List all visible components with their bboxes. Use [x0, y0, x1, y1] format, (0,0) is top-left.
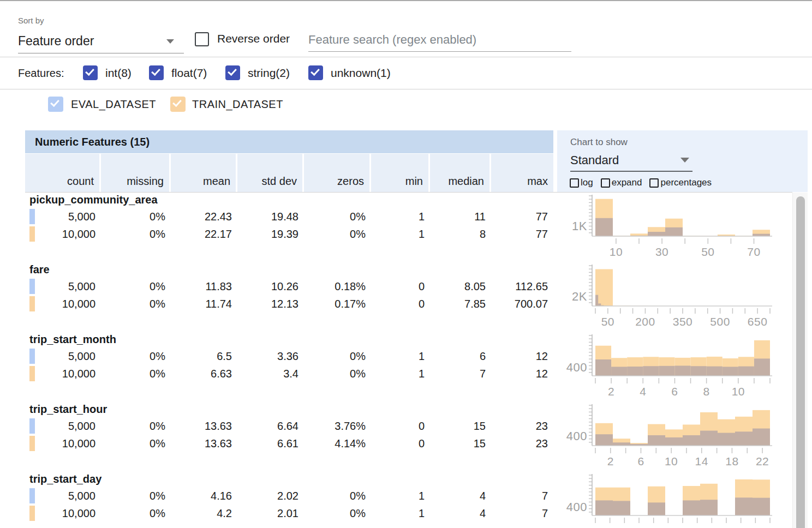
- stat-cell: 6.61: [237, 435, 304, 452]
- column-header-row: count missing mean std dev zeros min med…: [25, 154, 553, 192]
- stat-cell: 0%: [101, 208, 171, 225]
- stat-cell: 0%: [304, 225, 371, 243]
- chart-type-select[interactable]: Standard: [570, 149, 692, 172]
- stat-cell: 8.05: [430, 278, 491, 295]
- sort-order-value: Feature order: [18, 34, 94, 49]
- type-filter-float[interactable]: float(7): [149, 65, 207, 80]
- stat-cell: 5,000: [25, 487, 101, 505]
- stat-cell: 4: [430, 505, 491, 522]
- stat-cell: 0.18%: [304, 278, 371, 295]
- stat-cell: 8: [430, 225, 491, 243]
- stat-cell: 12: [491, 365, 553, 382]
- feature-chart: 400: [562, 471, 780, 528]
- svg-text:500: 500: [710, 315, 730, 328]
- log-checkbox[interactable]: log: [570, 177, 601, 188]
- expand-label: expand: [612, 177, 642, 188]
- stat-cell: 11: [430, 208, 491, 225]
- scrollbar-track[interactable]: [792, 193, 808, 528]
- stat-cell: 4.16: [171, 487, 237, 505]
- dataset-checkbox-eval[interactable]: [48, 97, 63, 112]
- features-filter-label: Features:: [18, 67, 64, 80]
- feature-chart: 502003505006502K: [562, 262, 780, 332]
- stat-cell: 0%: [101, 505, 171, 522]
- train-dataset-swatch: [29, 506, 35, 521]
- chevron-down-icon: [166, 39, 174, 44]
- column-header-stddev: std dev: [237, 154, 304, 192]
- stat-cell: 7.85: [430, 295, 491, 313]
- svg-text:6: 6: [637, 455, 644, 467]
- log-label: log: [581, 177, 593, 188]
- expand-checkbox[interactable]: expand: [601, 177, 650, 188]
- svg-text:18: 18: [725, 455, 738, 467]
- train-stats-row: 10,0000%13.636.614.14%01523: [25, 435, 553, 452]
- feature-search-input[interactable]: [308, 28, 571, 52]
- column-header-median: median: [430, 154, 491, 192]
- train-stats-row: 10,0000%4.22.010%147: [25, 505, 553, 522]
- feature-block: trip_start_month 5,0000%6.53.360%1612 10…: [0, 332, 812, 401]
- stat-cell: 0%: [304, 505, 371, 522]
- chart-option-checkboxes: log expand percentages: [570, 177, 712, 188]
- stat-cell: 3.4: [237, 365, 304, 382]
- stat-cell: 19.39: [237, 225, 304, 243]
- chart-to-show-panel: Chart to show Standard log expand percen…: [557, 130, 808, 192]
- percentages-label: percentages: [660, 177, 712, 188]
- stat-cell: 112.65: [491, 278, 553, 295]
- stat-cell: 0%: [101, 295, 171, 313]
- stat-cell: 11.83: [171, 278, 237, 295]
- eval-stats-row: 5,0000%11.8310.260.18%08.05112.65: [25, 278, 553, 295]
- stat-cell: 0%: [304, 347, 371, 365]
- column-header-mean: mean: [171, 154, 237, 192]
- scrollbar-thumb[interactable]: [796, 196, 805, 528]
- stat-cell: 5,000: [25, 278, 101, 295]
- stat-cell: 13.63: [171, 417, 237, 435]
- stat-cell: 4.14%: [304, 435, 371, 452]
- stat-cell: 4.2: [171, 505, 237, 522]
- feature-block: trip_start_day 5,0000%4.162.020%147 10,0…: [0, 471, 812, 528]
- feature-chart: 103050701K: [562, 192, 780, 262]
- stat-cell: 12: [491, 347, 553, 365]
- type-filter-unknown[interactable]: unknown(1): [308, 65, 391, 80]
- eval-stats-row: 5,0000%13.636.643.76%01523: [25, 417, 553, 435]
- stat-cell: 6.64: [237, 417, 304, 435]
- stat-cell: 0.17%: [304, 295, 371, 313]
- stat-cell: 0%: [101, 365, 171, 382]
- svg-text:30: 30: [655, 245, 668, 258]
- svg-text:8: 8: [703, 385, 710, 398]
- svg-text:4: 4: [640, 385, 646, 398]
- stat-cell: 700.07: [491, 295, 553, 313]
- feature-name: pickup_community_area: [29, 194, 158, 206]
- reverse-order-checkbox[interactable]: [195, 32, 209, 46]
- stat-cell: 1: [371, 487, 430, 505]
- stat-cell: 1: [371, 225, 430, 243]
- dataset-checkbox-train[interactable]: [170, 97, 186, 112]
- stat-cell: 10,000: [25, 225, 101, 243]
- stat-cell: 12.13: [237, 295, 304, 313]
- type-filter-string[interactable]: string(2): [225, 65, 290, 80]
- stat-cell: 2.01: [237, 505, 304, 522]
- type-filter-label: float(7): [171, 67, 207, 80]
- percentages-checkbox[interactable]: percentages: [649, 177, 712, 188]
- eval-dataset-swatch: [29, 209, 35, 224]
- type-filter-int[interactable]: int(8): [83, 65, 132, 80]
- stat-cell: 0: [371, 417, 430, 435]
- check-icon: [50, 98, 59, 107]
- stat-cell: 10,000: [25, 505, 101, 522]
- stat-cell: 6.63: [171, 365, 237, 382]
- eval-dataset-swatch: [29, 349, 35, 364]
- eval-stats-row: 5,0000%4.162.020%147: [25, 487, 553, 505]
- svg-text:70: 70: [747, 245, 760, 258]
- stat-cell: 10,000: [25, 365, 101, 382]
- svg-text:2K: 2K: [572, 290, 587, 303]
- train-stats-row: 10,0000%6.633.40%1712: [25, 365, 553, 382]
- svg-text:1K: 1K: [572, 219, 587, 233]
- filter-divider: [0, 89, 812, 89]
- feature-name: trip_start_day: [29, 473, 101, 485]
- facets-overview-app: Sort by Feature order Reverse order Feat…: [0, 0, 812, 528]
- numeric-features-title: Numeric Features (15): [25, 136, 150, 148]
- type-filter-label: unknown(1): [331, 67, 391, 80]
- checkbox-checked-icon: [149, 65, 164, 80]
- sort-order-select[interactable]: Feature order: [18, 29, 184, 53]
- stat-cell: 0: [371, 435, 430, 452]
- feature-list: pickup_community_area 5,0000%22.4319.480…: [0, 192, 812, 528]
- histogram-pickup_community_area: 103050701K: [562, 192, 780, 262]
